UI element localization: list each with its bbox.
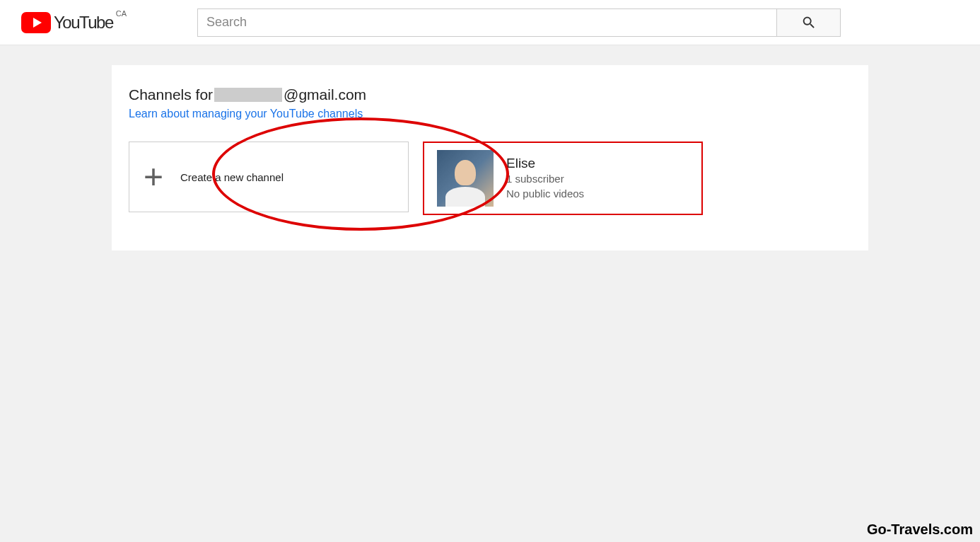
title-suffix: @gmail.com [284,86,366,103]
play-icon [33,18,42,28]
logo-container[interactable]: YouTube CA [21,12,127,33]
channel-card[interactable]: Elise 1 subscriber No public videos [423,142,703,215]
channel-videos: No public videos [506,186,584,201]
main-content: Channels for @gmail.com Learn about mana… [112,65,868,250]
watermark: Go-Travels.com [867,521,973,538]
create-channel-label: Create a new channel [180,171,284,183]
channel-info: Elise 1 subscriber No public videos [506,156,584,201]
plus-icon: + [144,160,163,194]
create-channel-card[interactable]: + Create a new channel [129,142,409,212]
search-icon [801,15,817,30]
learn-link[interactable]: Learn about managing your YouTube channe… [129,108,363,120]
redacted-email [214,88,282,102]
youtube-icon [21,12,51,33]
country-code: CA [116,9,127,18]
title-prefix: Channels for [129,86,213,103]
header: YouTube CA [0,0,980,45]
channel-name: Elise [506,156,584,171]
search-button[interactable] [777,8,841,37]
youtube-logo: YouTube [21,12,113,33]
search-container [197,8,841,37]
channels-row: + Create a new channel Elise 1 subscribe… [129,142,851,215]
youtube-text: YouTube [54,13,113,33]
page-title: Channels for @gmail.com [129,86,851,103]
avatar [437,150,494,207]
channel-subscribers: 1 subscriber [506,171,584,186]
search-input[interactable] [197,8,777,37]
